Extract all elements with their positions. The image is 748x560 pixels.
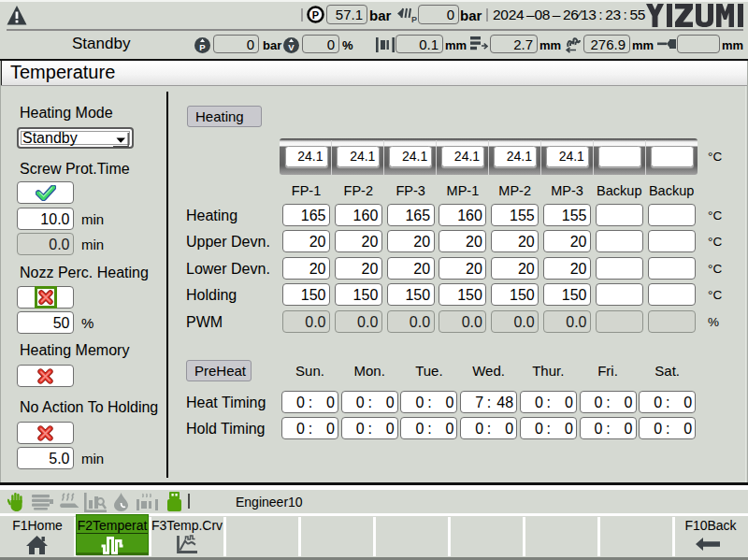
svg-text:P: P [199,42,206,52]
svg-text:V: V [288,42,295,52]
svg-text:P: P [411,15,417,23]
svg-text:P: P [312,9,319,21]
